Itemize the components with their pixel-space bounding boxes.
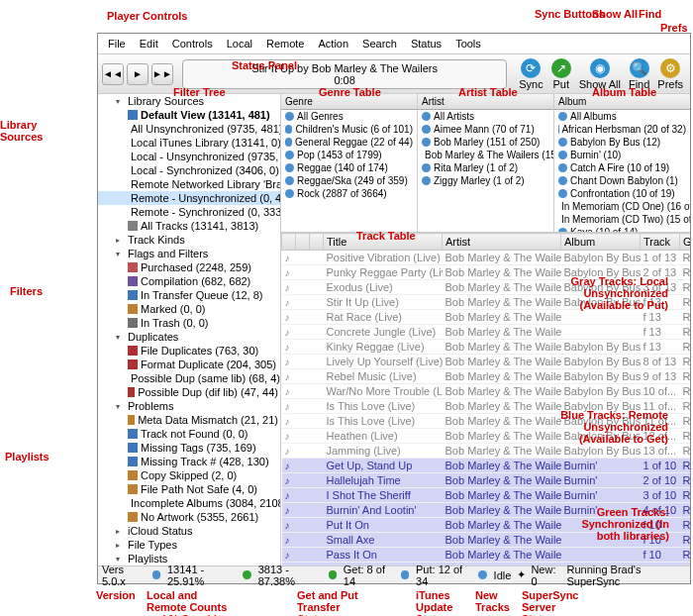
tree-item[interactable]: No Artwork (5355, 2661) xyxy=(98,510,280,524)
show-all-button[interactable]: ◉Show All xyxy=(576,57,624,91)
find-button[interactable]: 🔍Find xyxy=(626,57,652,91)
toggle-icon[interactable]: ▾ xyxy=(116,97,125,106)
tree-section[interactable]: ▾Duplicates xyxy=(98,330,280,344)
tree-item[interactable]: File Duplicates (763, 30) xyxy=(98,344,280,358)
menu-status[interactable]: Status xyxy=(405,36,447,51)
sidebar[interactable]: ▾Library SourcesDefault View (13141, 481… xyxy=(98,94,281,565)
browser-item[interactable]: Confrontation (10 of 19) xyxy=(554,187,690,200)
toggle-icon[interactable]: ▾ xyxy=(116,402,125,411)
track-row[interactable]: ♪Put It OnBob Marley & The Wailersf 10Re… xyxy=(282,518,691,533)
track-table-area[interactable]: TitleArtistAlbumTrackGenr ♪Positive Vibr… xyxy=(281,233,690,565)
browser-item[interactable]: African Herbsman (20 of 32) xyxy=(554,123,690,136)
track-row[interactable]: ♪Jamming (Live)Bob Marley & The WailersB… xyxy=(282,444,691,459)
track-row[interactable]: ♪Stir It Up (Live)Bob Marley & The Waile… xyxy=(282,295,691,310)
track-row[interactable]: ♪Lively Up Yourself (Live)Bob Marley & T… xyxy=(282,355,691,369)
browser-item[interactable]: Reggae/Ska (249 of 359) xyxy=(281,174,417,187)
artist-column[interactable]: ArtistAll ArtistsAimee Mann (70 of 71)Bo… xyxy=(418,94,554,232)
tree-item[interactable]: File Path Not Safe (4, 0) xyxy=(98,482,280,496)
track-row[interactable]: ♪Rat Race (Live)Bob Marley & The Wailers… xyxy=(282,310,691,325)
tree-item[interactable]: Remote - Unsynchronized (0, 481) xyxy=(98,191,280,205)
tree-section[interactable]: ▸File Types xyxy=(98,538,280,552)
track-col-header[interactable]: Album xyxy=(561,234,641,251)
browser-item[interactable]: In Memoriam (CD Two) (15 of 24) xyxy=(554,213,690,226)
track-row[interactable]: ♪Heathen (Live)Bob Marley & The WailersB… xyxy=(282,429,691,444)
tree-item[interactable]: Meta Data Mismatch (21, 21) xyxy=(98,413,280,427)
menu-search[interactable]: Search xyxy=(356,36,403,51)
browser-item[interactable]: All Genres xyxy=(281,110,417,123)
next-button[interactable]: ►► xyxy=(151,63,173,85)
tree-section[interactable]: ▾Library Sources xyxy=(98,94,280,108)
column-header[interactable]: Album xyxy=(554,94,690,110)
tree-section[interactable]: ▾Problems xyxy=(98,399,280,413)
tree-item[interactable]: Local - Synchronized (3406, 0) xyxy=(98,163,280,177)
tree-item[interactable]: In Trash (0, 0) xyxy=(98,316,280,330)
track-row[interactable]: ♪Small AxeBob Marley & The Wailersf 10Re… xyxy=(282,533,691,548)
album-column[interactable]: AlbumAll AlbumsAfrican Herbsman (20 of 3… xyxy=(554,94,690,232)
track-col-header[interactable]: Track xyxy=(641,234,680,251)
menu-local[interactable]: Local xyxy=(221,36,258,51)
menu-file[interactable]: File xyxy=(102,36,132,51)
track-col-header[interactable]: Title xyxy=(324,234,443,251)
tree-item[interactable]: In Transfer Queue (12, 8) xyxy=(98,288,280,302)
browser-item[interactable]: Children's Music (6 of 101) xyxy=(281,123,417,136)
prev-button[interactable]: ◄◄ xyxy=(102,63,124,85)
browser-item[interactable]: Kaya (10 of 14) xyxy=(554,226,690,232)
tree-item[interactable]: All Tracks (13141, 3813) xyxy=(98,219,280,233)
tree-item[interactable]: Purchased (2248, 259) xyxy=(98,260,280,274)
menu-controls[interactable]: Controls xyxy=(166,36,219,51)
tree-item[interactable]: Missing Track # (428, 130) xyxy=(98,455,280,468)
browser-item[interactable]: Aimee Mann (70 of 71) xyxy=(418,123,553,136)
toggle-icon[interactable]: ▾ xyxy=(116,555,125,564)
tree-item[interactable]: All Unsynchronized (9735, 481) xyxy=(98,122,280,136)
track-row[interactable]: ♪Is This Love (Live)Bob Marley & The Wai… xyxy=(282,399,691,414)
track-row[interactable]: ♪Concrete Jungle (Live)Bob Marley & The … xyxy=(282,325,691,340)
tree-section[interactable]: ▸iCloud Status xyxy=(98,524,280,538)
toggle-icon[interactable]: ▸ xyxy=(116,541,125,550)
tree-section[interactable]: ▾Flags and Filters xyxy=(98,247,280,260)
tree-item[interactable]: Marked (0, 0) xyxy=(98,302,280,316)
tree-item[interactable]: Possible Dup (dif lib) (47, 44) xyxy=(98,385,280,399)
column-header[interactable]: Artist xyxy=(418,94,553,110)
track-row[interactable]: ♪I Shot The SheriffBob Marley & The Wail… xyxy=(282,488,691,503)
menu-remote[interactable]: Remote xyxy=(260,36,311,51)
track-row[interactable]: ♪Burnin' And Lootin'Bob Marley & The Wai… xyxy=(282,503,691,518)
browser-item[interactable]: All Albums xyxy=(554,110,690,123)
tree-section[interactable]: ▸Track Kinds xyxy=(98,233,280,247)
track-row[interactable]: ♪Pass It OnBob Marley & The Wailersf 10R… xyxy=(282,548,691,563)
browser-item[interactable]: Ziggy Marley (1 of 2) xyxy=(418,174,553,187)
put-button[interactable]: ↗Put xyxy=(548,57,574,91)
toggle-icon[interactable]: ▾ xyxy=(116,250,125,258)
track-row[interactable]: ♪Exodus (Live)Bob Marley & The WailersBa… xyxy=(282,280,691,295)
track-row[interactable]: ♪Positive Vibration (Live)Bob Marley & T… xyxy=(282,251,691,265)
browser-item[interactable]: Bob Marley (151 of 250) xyxy=(418,136,553,149)
browser-item[interactable]: Babylon By Bus (12) xyxy=(554,136,690,149)
browser-item[interactable]: In Memoriam (CD One) (16 of 28) xyxy=(554,200,690,213)
menu-action[interactable]: Action xyxy=(313,36,355,51)
column-header[interactable]: Genre xyxy=(281,94,417,110)
tree-item[interactable]: Format Duplicate (204, 305) xyxy=(98,358,280,371)
track-row[interactable]: ♪Is This Love (Live)Bob Marley & The Wai… xyxy=(282,414,691,429)
track-row[interactable]: ♪Hallelujah TimeBob Marley & The Wailers… xyxy=(282,473,691,488)
track-col-header[interactable] xyxy=(296,234,310,251)
tree-item[interactable]: Missing Tags (735, 169) xyxy=(98,441,280,455)
browser-item[interactable]: Bob Marley & The Wailers (153 of 206) xyxy=(418,149,553,161)
browser-item[interactable]: Chant Down Babylon (1) xyxy=(554,174,690,187)
track-row[interactable]: ♪Punky Reggae Party (Live)Bob Marley & T… xyxy=(282,265,691,280)
track-row[interactable]: ♪Rebel Music (Live)Bob Marley & The Wail… xyxy=(282,369,691,384)
tree-item[interactable]: Local - Unsynchronized (9735, 0) xyxy=(98,150,280,163)
browser-item[interactable]: General Reggae (22 of 44) xyxy=(281,136,417,149)
prefs-button[interactable]: ⚙Prefs xyxy=(654,57,686,91)
browser-item[interactable]: Burnin' (10) xyxy=(554,149,690,161)
browser-item[interactable]: Pop (1453 of 1799) xyxy=(281,149,417,161)
tree-item[interactable]: Default View (13141, 481) xyxy=(98,108,280,122)
tree-item[interactable]: Remote - Synchronized (0, 3332) xyxy=(98,205,280,219)
toggle-icon[interactable]: ▾ xyxy=(116,333,125,342)
browser-item[interactable]: All Artists xyxy=(418,110,553,123)
track-col-header[interactable]: Genr xyxy=(680,234,691,251)
toggle-icon[interactable]: ▸ xyxy=(116,527,125,536)
menu-edit[interactable]: Edit xyxy=(134,36,164,51)
tree-item[interactable]: Local iTunes Library (13141, 0) xyxy=(98,136,280,150)
menu-tools[interactable]: Tools xyxy=(449,36,487,51)
browser-item[interactable]: Rita Marley (1 of 2) xyxy=(418,161,553,174)
track-row[interactable]: ♪Get Up, Stand UpBob Marley & The Wailer… xyxy=(282,459,691,473)
